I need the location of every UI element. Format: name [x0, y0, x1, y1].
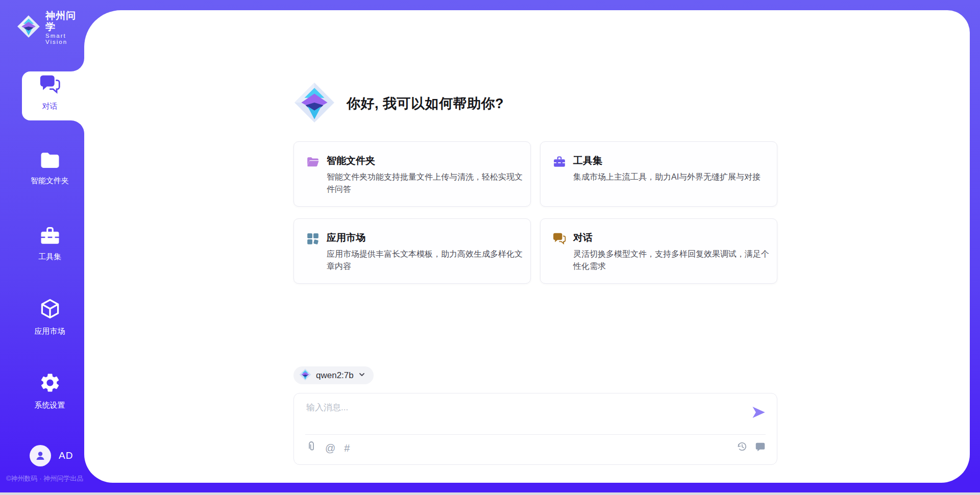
screen-bottom-edge [0, 492, 980, 495]
sidebar-item-smart-folder[interactable]: 智能文件夹 [10, 151, 89, 186]
card-title: 对话 [573, 231, 593, 244]
card-smart-folder[interactable]: 智能文件夹 智能文件夹功能支持批量文件上传与清洗，轻松实现文件问答 [293, 141, 531, 207]
paperclip-icon [306, 441, 316, 455]
tab-fillet-top [71, 58, 84, 71]
sidebar-item-settings[interactable]: 系统设置 [10, 372, 89, 410]
folder-icon [39, 151, 61, 171]
send-button[interactable] [750, 405, 767, 421]
card-title: 应用市场 [327, 231, 365, 244]
card-description: 集成市场上主流工具，助力AI与外界无缝扩展与对接 [573, 171, 769, 183]
card-description: 智能文件夹功能支持批量文件上传与清洗，轻松实现文件问答 [327, 171, 523, 195]
topic-button[interactable]: # [344, 442, 350, 454]
at-icon: @ [325, 442, 335, 454]
user-account[interactable]: AD [30, 445, 73, 466]
feedback-button[interactable] [755, 441, 766, 454]
user-initials: AD [59, 450, 73, 461]
composer-divider [305, 434, 766, 435]
card-toolkit[interactable]: 工具集 集成市场上主流工具，助力AI与外界无缝扩展与对接 [540, 141, 777, 207]
avatar[interactable] [30, 445, 51, 466]
greeting-text: 你好, 我可以如何帮助你? [347, 94, 504, 113]
sidebar-item-label: 对话 [42, 102, 58, 111]
sidebar-item-toolkit[interactable]: 工具集 [10, 225, 89, 262]
sidebar-item-chat[interactable]: 对话 [10, 75, 89, 111]
card-description: 灵活切换多模型文件，支持多样回复效果调试，满足个性化需求 [573, 248, 769, 273]
sidebar-item-label: 智能文件夹 [31, 176, 69, 186]
card-title: 工具集 [573, 154, 602, 167]
card-app-market[interactable]: 应用市场 应用市场提供丰富长文本模板，助力高效生成多样化文章内容 [293, 218, 531, 284]
history-clock-icon [736, 441, 747, 454]
card-chat[interactable]: 对话 灵活切换多模型文件，支持多样回复效果调试，满足个性化需求 [540, 218, 777, 284]
hash-icon: # [344, 442, 350, 454]
copyright-text: ©神州数码 · 神州问学出品 [6, 474, 118, 483]
grid-icon [306, 232, 320, 245]
briefcase-icon [553, 155, 566, 168]
message-composer: @ # [293, 393, 777, 465]
mention-button[interactable]: @ [325, 442, 335, 454]
model-name: qwen2:7b [316, 370, 354, 381]
attach-file-button[interactable] [306, 441, 316, 455]
chat-icon [39, 75, 61, 97]
model-selector[interactable]: qwen2:7b [293, 366, 374, 384]
cube-icon [39, 298, 61, 322]
sidebar-item-label: 系统设置 [35, 401, 65, 410]
card-title: 智能文件夹 [327, 154, 375, 167]
chat-bubble-icon [755, 441, 766, 454]
history-button[interactable] [736, 441, 747, 454]
sidebar-item-app-market[interactable]: 应用市场 [10, 298, 89, 336]
app-logo: 神州问学 Smart Vision [17, 10, 84, 45]
feature-cards: 智能文件夹 智能文件夹功能支持批量文件上传与清洗，轻松实现文件问答 工具集 集成… [293, 141, 777, 284]
sidebar-item-label: 工具集 [38, 252, 61, 262]
app-tagline: Smart Vision [45, 33, 84, 45]
chat-icon [553, 232, 566, 245]
chevron-down-icon [358, 371, 365, 380]
model-diamond-icon [299, 368, 311, 383]
gear-icon [39, 372, 61, 396]
briefcase-icon [39, 225, 61, 247]
sidebar-item-label: 应用市场 [35, 327, 65, 336]
app-title: 神州问学 [45, 10, 84, 33]
greeting: 你好, 我可以如何帮助你? [293, 82, 504, 126]
message-input[interactable] [306, 402, 740, 431]
folder-open-icon [306, 155, 320, 168]
brand-diamond-icon [17, 15, 40, 40]
greeting-diamond-icon [293, 82, 335, 126]
sidebar: 神州问学 Smart Vision 对话 智能文件夹 [0, 0, 84, 495]
card-description: 应用市场提供丰富长文本模板，助力高效生成多样化文章内容 [327, 248, 523, 273]
tab-fillet-bottom [71, 120, 84, 134]
